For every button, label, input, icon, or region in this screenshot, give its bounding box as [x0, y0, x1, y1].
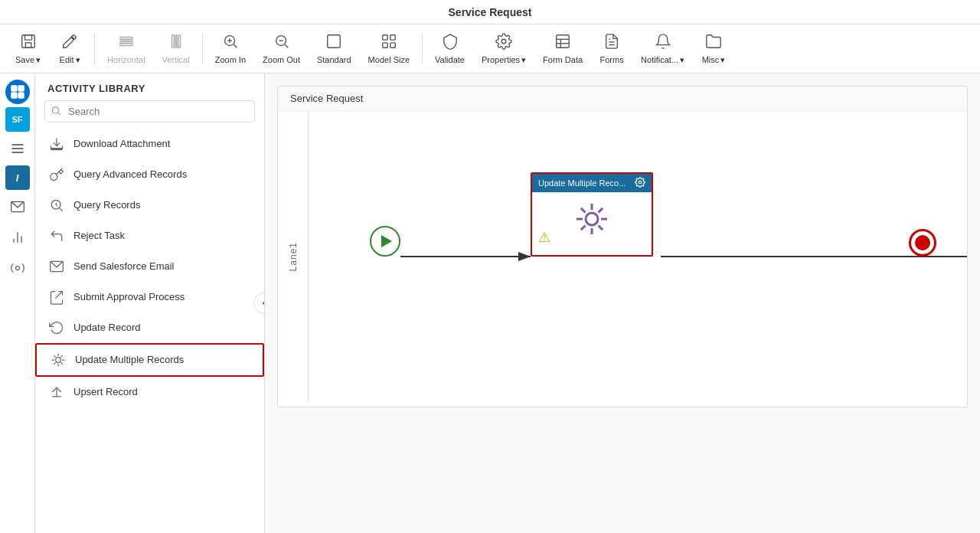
sidebar-item-send-salesforce-email[interactable]: Send Salesforce Email: [35, 251, 264, 282]
task-body: ⚠: [532, 192, 652, 252]
sidebar-item-query-records[interactable]: Query Records: [35, 190, 264, 221]
toolbar-sep-2: [202, 34, 203, 64]
validate-label: Validate: [435, 55, 465, 64]
start-play-icon: [381, 235, 392, 247]
submit-approval-icon: [47, 288, 66, 306]
svg-point-39: [15, 266, 19, 270]
svg-rect-31: [18, 93, 24, 98]
page-title: Service Request: [449, 6, 532, 18]
canvas-area: Service Request Lane1: [265, 74, 980, 533]
save-label: Save ▾: [15, 55, 41, 65]
validate-button[interactable]: Validate: [427, 28, 472, 70]
download-attachment-label: Download Attachment: [74, 138, 170, 151]
form-data-button[interactable]: Form Data: [535, 28, 590, 70]
task-settings-icon[interactable]: [635, 177, 645, 189]
svg-line-45: [60, 208, 63, 211]
svg-point-53: [586, 213, 598, 225]
vertical-button[interactable]: Vertical: [155, 28, 198, 70]
workflow-end-node[interactable]: [909, 229, 936, 257]
svg-rect-7: [175, 35, 177, 48]
properties-icon: [495, 33, 512, 54]
notifications-icon: [655, 33, 671, 54]
canvas-title: Service Request: [278, 87, 967, 111]
rail-home-icon[interactable]: [5, 80, 30, 104]
top-header: Service Request: [0, 0, 980, 25]
model-size-label: Model Size: [368, 55, 410, 64]
model-size-button[interactable]: Model Size: [361, 28, 417, 70]
search-input[interactable]: [44, 100, 255, 123]
misc-button[interactable]: Misc ▾: [694, 28, 733, 70]
svg-rect-1: [24, 34, 31, 39]
zoom-in-button[interactable]: Zoom In: [207, 28, 253, 70]
sidebar-item-update-record[interactable]: Update Record: [35, 312, 264, 343]
lane-label: Lane1: [288, 242, 299, 271]
toolbar-sep-3: [422, 34, 423, 64]
search-icon: [51, 105, 61, 118]
notifications-button[interactable]: Notificat... ▾: [633, 28, 692, 70]
horizontal-icon: [118, 33, 135, 54]
svg-point-52: [639, 181, 642, 184]
svg-rect-28: [11, 86, 17, 92]
svg-rect-4: [120, 41, 133, 42]
main-layout: SF I ACTIVITY LIBRARY: [0, 74, 980, 533]
task-warning-icon: ⚠: [538, 229, 550, 246]
save-button[interactable]: Save ▾: [8, 28, 48, 70]
zoom-in-icon: [222, 33, 239, 54]
rail-salesforce-icon[interactable]: SF: [5, 107, 30, 132]
rail-list-icon[interactable]: [4, 135, 31, 162]
svg-point-40: [52, 106, 58, 113]
zoom-out-button[interactable]: Zoom Out: [255, 28, 308, 70]
forms-button[interactable]: Forms: [592, 28, 632, 70]
svg-rect-43: [51, 148, 63, 150]
zoom-out-icon: [273, 33, 290, 54]
sidebar-item-upsert-record[interactable]: Upsert Record: [35, 377, 264, 407]
rail-info-icon[interactable]: I: [5, 165, 30, 190]
vertical-icon: [168, 33, 185, 54]
svg-rect-22: [557, 35, 570, 48]
sidebar-item-query-advanced-records[interactable]: Query Advanced Records: [35, 159, 264, 190]
reject-task-icon: [47, 227, 66, 245]
svg-rect-0: [21, 34, 34, 47]
query-advanced-records-icon: [47, 165, 66, 184]
properties-label: Properties ▾: [482, 55, 526, 65]
update-record-label: Update Record: [74, 322, 140, 335]
left-rail: SF I: [0, 74, 35, 533]
svg-rect-6: [172, 35, 174, 48]
toolbar-sep-1: [94, 34, 95, 64]
svg-line-41: [58, 113, 60, 115]
svg-point-48: [56, 358, 61, 363]
rail-message-icon[interactable]: [4, 193, 31, 221]
svg-line-47: [55, 292, 62, 299]
standard-button[interactable]: Standard: [309, 28, 359, 70]
sidebar-item-submit-approval-process[interactable]: Submit Approval Process: [35, 282, 264, 312]
vertical-label: Vertical: [162, 55, 190, 64]
sidebar-title: ACTIVITY LIBRARY: [35, 74, 264, 100]
update-multiple-records-label: Update Multiple Records: [75, 354, 184, 367]
sidebar-item-download-attachment[interactable]: Download Attachment: [35, 129, 264, 159]
download-attachment-icon: [47, 135, 66, 153]
query-records-icon: [47, 196, 66, 214]
svg-rect-17: [383, 35, 387, 40]
properties-button[interactable]: Properties ▾: [474, 28, 534, 70]
sidebar-item-update-multiple-records[interactable]: Update Multiple Records: [35, 343, 264, 377]
svg-rect-30: [11, 93, 17, 98]
svg-point-21: [501, 39, 506, 44]
standard-icon: [325, 33, 342, 54]
horizontal-button[interactable]: Horizontal: [100, 28, 153, 70]
edit-button[interactable]: Edit ▾: [50, 28, 90, 70]
svg-rect-3: [120, 38, 133, 40]
workflow-lane: Lane1: [278, 111, 309, 402]
edit-icon: [61, 33, 78, 54]
misc-icon: [705, 33, 722, 54]
canvas-workflow: Lane1: [278, 111, 967, 402]
update-record-icon: [47, 319, 66, 337]
svg-rect-29: [18, 86, 24, 92]
forms-label: Forms: [599, 55, 623, 64]
rail-chart-icon[interactable]: [4, 224, 31, 251]
workflow-start-node[interactable]: [370, 226, 400, 257]
update-multiple-records-icon: [49, 351, 67, 369]
notifications-label: Notificat... ▾: [641, 55, 684, 65]
workflow-task-node[interactable]: Update Multiple Reco...: [531, 172, 653, 257]
sidebar-item-reject-task[interactable]: Reject Task: [35, 221, 264, 251]
rail-link-icon[interactable]: [4, 254, 31, 282]
